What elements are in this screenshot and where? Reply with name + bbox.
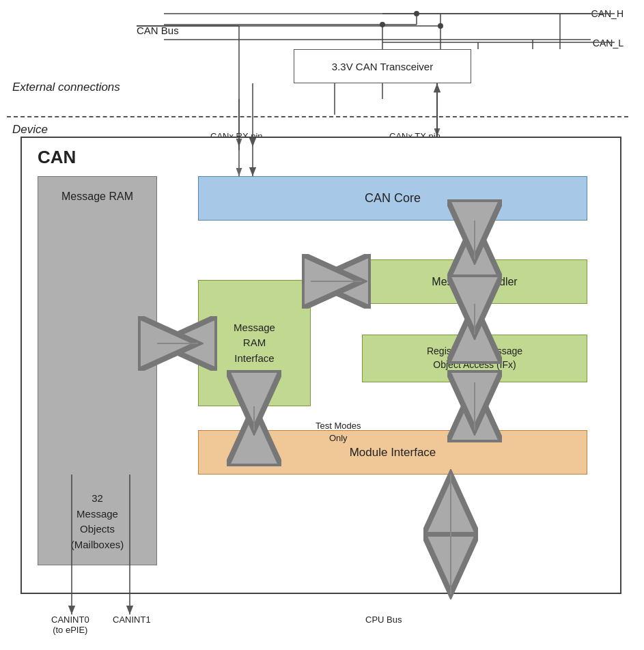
transceiver-box: 3.3V CAN Transceiver <box>294 49 471 83</box>
message-ram-top-text: Message RAM <box>61 189 133 204</box>
can-bus-label: CAN Bus <box>137 25 179 36</box>
device-label: Device <box>12 123 48 137</box>
svg-point-26 <box>380 22 385 27</box>
diagram-container: CAN Bus CAN_H CAN_L External connections… <box>0 0 644 650</box>
module-interface-box: Module Interface <box>198 430 587 475</box>
svg-point-9 <box>438 23 443 29</box>
cpu-bus-label: CPU Bus <box>365 614 402 625</box>
svg-point-28 <box>414 11 419 16</box>
external-connections-label: External connections <box>12 81 120 94</box>
test-modes-label: Test ModesOnly <box>316 420 361 444</box>
canint1-label: CANINT1 <box>113 614 151 625</box>
message-ram-bottom-text: 32MessageObjects(Mailboxes) <box>71 491 124 552</box>
can-title: CAN <box>38 147 76 168</box>
section-divider <box>7 116 628 117</box>
can-h-label: CAN_H <box>591 8 624 19</box>
msg-ram-interface-box: MessageRAMInterface <box>198 280 311 406</box>
can-core-box: CAN Core <box>198 176 587 221</box>
message-ram-box: Message RAM 32MessageObjects(Mailboxes) <box>38 176 157 565</box>
msg-handler-box: Message Handler <box>362 259 587 304</box>
reg-msg-obj-box: Register and MessageObject Access (IFx) <box>362 335 587 382</box>
canint0-label: CANINT0(to ePIE) <box>51 614 89 635</box>
can-l-label: CAN_L <box>593 38 624 48</box>
